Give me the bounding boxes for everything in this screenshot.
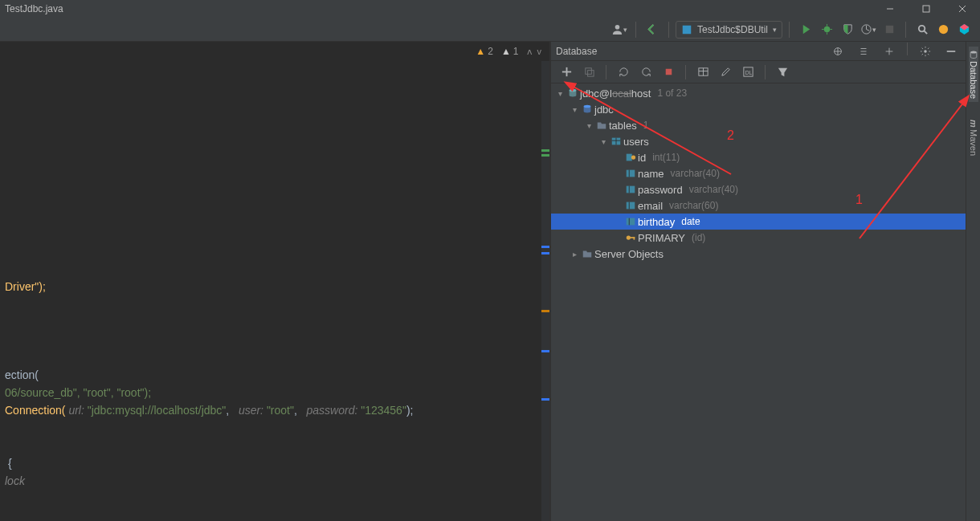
profile-icon[interactable]: ▾	[859, 21, 878, 39]
db-assign-datasource-icon[interactable]	[828, 43, 847, 60]
main-toolbar: ▾ TestJdbc$DBUtil ▾ ▾	[0, 18, 980, 42]
db-node-primary[interactable]: PRIMARY(id)	[551, 230, 966, 246]
inspection-warning-a[interactable]: ▲2	[476, 46, 493, 57]
toolbox-icon[interactable]	[954, 21, 974, 39]
db-ddl-icon[interactable]: DL	[737, 63, 758, 81]
tree-node-label: PRIMARY	[638, 232, 685, 244]
db-node-email[interactable]: emailvarchar(60)	[551, 197, 966, 214]
window-controls	[872, 0, 980, 18]
col-icon	[623, 200, 638, 211]
minimize-button[interactable]	[872, 0, 908, 18]
maximize-button[interactable]	[908, 0, 944, 18]
db-duplicate-icon[interactable]	[578, 63, 599, 81]
debug-icon[interactable]	[817, 21, 836, 39]
side-tab-database[interactable]: Database	[969, 47, 978, 102]
database-panel-title: Database	[556, 46, 828, 57]
editor-inspection-bar: ▲2 ▲1 ʌ v	[476, 42, 541, 61]
db-filter-icon[interactable]	[772, 63, 793, 81]
database-tree[interactable]: ▾jdbc@localhost1 of 23▾jdbc▾tables1▾user…	[551, 83, 966, 521]
db-hide-icon[interactable]	[941, 43, 961, 60]
svg-rect-12	[885, 26, 892, 33]
key-icon	[623, 232, 638, 243]
svg-rect-44	[627, 218, 635, 226]
right-tool-strip: Database m Maven	[966, 42, 980, 521]
next-highlight-icon[interactable]: v	[537, 47, 542, 57]
db-refresh-icon[interactable]	[613, 63, 634, 81]
tree-toggle-icon[interactable]: ▾	[598, 137, 609, 146]
db-add-icon[interactable]	[556, 63, 577, 81]
db-node-users[interactable]: ▾users	[551, 133, 966, 149]
tree-node-meta: varchar(40)	[671, 168, 720, 179]
editor-area[interactable]: ▲2 ▲1 ʌ v Driver"); ection( 06/source_db…	[0, 42, 550, 521]
col-icon	[623, 168, 638, 179]
svg-rect-36	[627, 154, 632, 161]
file-tab-label: TestJdbc.java	[5, 3, 63, 14]
db-node-birthday[interactable]: birthdaydate	[551, 214, 966, 230]
pk-col-icon	[623, 152, 638, 163]
table-icon	[609, 136, 623, 147]
svg-rect-24	[587, 71, 594, 77]
svg-point-49	[970, 51, 977, 54]
tree-node-label: jdbc@localhost	[580, 88, 651, 100]
svg-point-6	[823, 26, 830, 33]
db-node-id[interactable]: idint(11)	[551, 149, 966, 165]
tree-node-label: name	[638, 168, 664, 180]
db-edit-icon[interactable]	[715, 63, 736, 81]
svg-rect-1	[923, 6, 929, 12]
svg-point-15	[938, 25, 947, 34]
svg-text:DL: DL	[745, 70, 752, 75]
db-node-server-objects[interactable]: ▸Server Objects	[551, 246, 966, 262]
db-node-password[interactable]: passwordvarchar(40)	[551, 181, 966, 197]
db-table-view-icon[interactable]	[692, 63, 713, 81]
side-tab-maven[interactable]: m Maven	[969, 116, 978, 159]
tree-toggle-icon[interactable]: ▾	[554, 89, 566, 98]
svg-rect-40	[627, 186, 635, 193]
svg-rect-42	[627, 202, 635, 210]
stop-icon[interactable]	[880, 21, 899, 39]
schema-icon	[580, 104, 594, 115]
user-icon[interactable]: ▾	[610, 21, 629, 39]
back-arrow-icon[interactable]	[643, 21, 662, 39]
tree-node-label: password	[638, 184, 683, 196]
db-rollback-icon[interactable]	[635, 63, 656, 81]
overview-ruler[interactable]	[541, 61, 549, 521]
svg-line-14	[924, 31, 927, 34]
tree-node-label: Server Objects	[594, 248, 664, 260]
svg-rect-5	[683, 25, 692, 34]
tree-node-meta: date	[681, 216, 700, 227]
db-collapse-icon[interactable]	[854, 43, 873, 60]
svg-rect-25	[665, 69, 672, 75]
db-node-jdbc-localhost[interactable]: ▾jdbc@localhost1 of 23	[551, 85, 966, 101]
tree-node-meta: int(11)	[652, 152, 680, 163]
tree-toggle-icon[interactable]: ▾	[569, 105, 580, 114]
coverage-icon[interactable]	[838, 21, 857, 39]
db-settings-icon[interactable]	[916, 43, 935, 60]
tree-toggle-icon[interactable]: ▾	[583, 121, 594, 130]
tree-node-label: users	[623, 136, 649, 148]
run-config-selector[interactable]: TestJdbc$DBUtil ▾	[676, 21, 782, 39]
tree-node-label: id	[638, 152, 646, 164]
tree-node-label: tables	[609, 120, 637, 132]
db-stop-icon[interactable]	[658, 63, 679, 81]
code-content: Driver"); ection( 06/source_db", "root",…	[0, 66, 549, 521]
close-button[interactable]	[944, 0, 980, 18]
svg-point-13	[918, 26, 925, 32]
prev-highlight-icon[interactable]: ʌ	[527, 47, 533, 57]
tree-toggle-icon[interactable]: ▸	[569, 250, 580, 258]
svg-point-4	[615, 25, 620, 30]
inspection-warning-b[interactable]: ▲1	[501, 46, 519, 57]
db-node-name[interactable]: namevarchar(40)	[551, 165, 966, 181]
tree-node-meta: varchar(60)	[669, 200, 718, 211]
col-icon	[623, 216, 638, 227]
db-node-jdbc[interactable]: ▾jdbc	[551, 101, 966, 117]
run-icon[interactable]	[796, 21, 815, 39]
db-expand-icon[interactable]	[880, 43, 899, 60]
db-node-tables[interactable]: ▾tables1	[551, 117, 966, 133]
search-icon[interactable]	[913, 21, 932, 39]
ide-update-icon[interactable]	[933, 21, 953, 39]
svg-rect-23	[585, 68, 591, 75]
svg-point-19	[924, 50, 927, 53]
folder-icon	[580, 248, 594, 259]
tree-node-meta: (id)	[692, 232, 705, 243]
database-panel: Database DL ▾jdbc@localhost1	[550, 42, 966, 521]
